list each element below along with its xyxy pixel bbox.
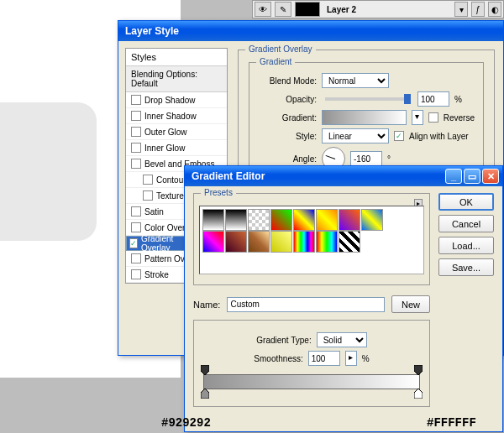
layers-panel-row: 👁 ✎ Layer 2 ▾ ƒ ◐ bbox=[252, 0, 504, 18]
preset-swatch[interactable] bbox=[316, 209, 338, 231]
gradient-editor-titlebar[interactable]: Gradient Editor _ ▭ ✕ bbox=[185, 166, 502, 186]
preset-swatch[interactable] bbox=[202, 209, 224, 231]
svg-marker-1 bbox=[414, 365, 423, 375]
style-checkbox[interactable] bbox=[143, 175, 153, 185]
minimize-button[interactable]: _ bbox=[445, 169, 462, 184]
gradient-settings: Gradient Type: Solid Smoothness: ▸ % bbox=[193, 320, 430, 407]
style-select[interactable]: Linear bbox=[322, 128, 389, 143]
style-label: Gradient Overlay bbox=[141, 234, 190, 253]
chevron-down-icon[interactable]: ▾ bbox=[454, 2, 468, 17]
angle-label: Angle: bbox=[258, 154, 317, 164]
style-label: Inner Glow bbox=[144, 143, 185, 153]
layer-style-titlebar[interactable]: Layer Style bbox=[118, 21, 503, 41]
color-stop-left[interactable] bbox=[201, 389, 209, 399]
type-select[interactable]: Solid bbox=[317, 332, 367, 347]
style-item[interactable]: Outer Glow bbox=[126, 124, 227, 140]
gradient-label: Gradient: bbox=[258, 113, 317, 123]
style-checkbox[interactable] bbox=[131, 269, 141, 279]
preset-swatch[interactable] bbox=[339, 209, 360, 231]
gradient-preview[interactable] bbox=[322, 110, 407, 125]
preset-swatch[interactable] bbox=[248, 231, 270, 253]
reverse-checkbox[interactable] bbox=[428, 112, 438, 123]
blending-options-item[interactable]: Blending Options: Default bbox=[126, 66, 227, 92]
opacity-label: Opacity: bbox=[258, 95, 317, 104]
style-label: Satin bbox=[144, 207, 164, 216]
layer-name[interactable]: Layer 2 bbox=[322, 5, 361, 14]
layer-mask-icon[interactable]: ◐ bbox=[488, 2, 501, 17]
style-checkbox[interactable] bbox=[131, 95, 141, 105]
fieldset-legend: Gradient Overlay bbox=[245, 44, 316, 54]
blend-mode-select[interactable]: Normal bbox=[322, 73, 389, 88]
preset-swatch[interactable] bbox=[225, 209, 247, 231]
preset-swatch[interactable] bbox=[248, 209, 270, 231]
window-title: Gradient Editor bbox=[188, 170, 444, 182]
presets-label: Presets bbox=[201, 188, 236, 197]
opacity-input[interactable] bbox=[417, 91, 449, 107]
style-item[interactable]: Drop Shadow bbox=[126, 92, 227, 108]
fieldset-legend: Gradient bbox=[256, 57, 295, 66]
name-label: Name: bbox=[193, 300, 220, 310]
preset-swatch[interactable] bbox=[225, 231, 247, 253]
maximize-button[interactable]: ▭ bbox=[464, 169, 480, 184]
opacity-unit: % bbox=[454, 95, 462, 104]
style-item[interactable]: ✓Gradient Overlay bbox=[126, 236, 193, 251]
color-stop-right[interactable] bbox=[414, 389, 423, 399]
style-label: Style: bbox=[258, 132, 317, 141]
close-button[interactable]: ✕ bbox=[482, 169, 499, 184]
angle-unit: ° bbox=[387, 154, 391, 164]
fx-icon[interactable]: ƒ bbox=[471, 2, 485, 17]
visibility-icon[interactable]: 👁 bbox=[255, 2, 271, 17]
gradient-bar[interactable] bbox=[203, 374, 420, 389]
align-label: Align with Layer bbox=[409, 132, 469, 141]
preset-swatch[interactable] bbox=[316, 231, 338, 253]
preset-swatch[interactable] bbox=[270, 209, 292, 231]
preset-swatch[interactable] bbox=[202, 231, 224, 253]
gradient-dropdown[interactable]: ▾ bbox=[412, 110, 423, 125]
style-label: Texture bbox=[156, 191, 184, 201]
new-button[interactable]: New bbox=[391, 295, 430, 313]
callout-left-color: #929292 bbox=[161, 416, 211, 430]
save-button[interactable]: Save... bbox=[438, 258, 494, 276]
preset-swatch[interactable] bbox=[361, 209, 383, 231]
opacity-stop-right[interactable] bbox=[414, 365, 423, 375]
style-label: Drop Shadow bbox=[144, 96, 196, 105]
reverse-label: Reverse bbox=[444, 113, 475, 123]
style-checkbox[interactable] bbox=[131, 222, 141, 232]
style-checkbox[interactable] bbox=[131, 111, 141, 121]
style-checkbox[interactable] bbox=[131, 143, 141, 153]
preset-swatch[interactable] bbox=[270, 231, 292, 253]
preset-swatch[interactable] bbox=[339, 231, 360, 253]
styles-header[interactable]: Styles bbox=[126, 49, 227, 66]
style-label: Outer Glow bbox=[144, 128, 187, 137]
smoothness-input[interactable] bbox=[308, 351, 340, 366]
style-checkbox[interactable] bbox=[131, 253, 141, 263]
style-checkbox[interactable] bbox=[131, 127, 141, 137]
smoothness-dropdown[interactable]: ▸ bbox=[345, 351, 357, 366]
style-checkbox[interactable] bbox=[143, 190, 153, 201]
smoothness-label: Smoothness: bbox=[254, 354, 302, 363]
opacity-stop-left[interactable] bbox=[201, 365, 209, 375]
preset-swatch[interactable] bbox=[293, 231, 315, 253]
brush-icon[interactable]: ✎ bbox=[275, 2, 291, 17]
opacity-slider[interactable] bbox=[325, 97, 409, 101]
layer-thumbnail[interactable] bbox=[295, 2, 320, 17]
blend-mode-label: Blend Mode: bbox=[258, 76, 317, 86]
load-button[interactable]: Load... bbox=[438, 237, 494, 254]
align-checkbox[interactable]: ✓ bbox=[394, 131, 404, 141]
style-item[interactable]: Inner Glow bbox=[126, 140, 227, 156]
svg-marker-0 bbox=[201, 365, 209, 375]
callout-right-color: #FFFFFF bbox=[427, 416, 476, 430]
presets-grid bbox=[199, 206, 424, 274]
style-item[interactable]: Inner Shadow bbox=[126, 108, 227, 124]
ok-button[interactable]: OK bbox=[438, 193, 494, 211]
style-checkbox[interactable]: ✓ bbox=[129, 238, 138, 248]
window-title: Layer Style bbox=[122, 25, 500, 37]
style-checkbox[interactable] bbox=[131, 159, 141, 169]
style-label: Inner Shadow bbox=[144, 112, 197, 121]
presets-fieldset: Presets ▸ bbox=[193, 193, 430, 285]
preset-swatch[interactable] bbox=[293, 209, 315, 231]
cancel-button[interactable]: Cancel bbox=[438, 215, 494, 232]
angle-input[interactable] bbox=[350, 151, 382, 166]
style-checkbox[interactable] bbox=[131, 206, 141, 216]
name-input[interactable] bbox=[227, 297, 385, 312]
